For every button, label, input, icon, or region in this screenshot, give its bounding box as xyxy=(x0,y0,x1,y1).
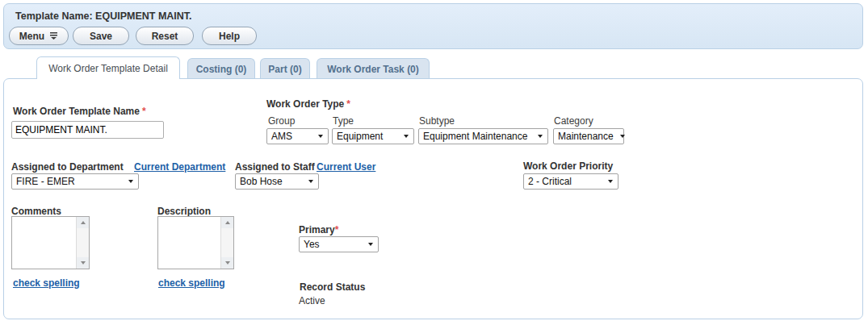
assigned-department-select[interactable]: FIRE - EMER xyxy=(11,173,139,190)
subtype-label: Subtype xyxy=(419,115,455,127)
tab-costing[interactable]: Costing (0) xyxy=(187,58,255,79)
menu-button-label: Menu xyxy=(19,31,44,42)
scroll-up-icon[interactable] xyxy=(77,217,89,228)
menu-button[interactable]: Menu xyxy=(9,27,69,45)
record-status-value: Active xyxy=(299,295,325,306)
comments-check-spelling-link[interactable]: check spelling xyxy=(13,277,80,289)
work-order-priority-select[interactable]: 2 - Critical xyxy=(523,173,619,190)
work-order-type-label: Work Order Type* xyxy=(266,98,350,110)
comments-textarea[interactable] xyxy=(11,216,90,269)
type-select[interactable]: Equipment xyxy=(332,128,414,144)
scrollbar[interactable] xyxy=(76,217,89,269)
page-title: Template Name: EQUIPMENT MAINT. xyxy=(15,10,192,22)
primary-label: Primary* xyxy=(299,224,338,235)
tab-part[interactable]: Part (0) xyxy=(260,58,310,79)
current-department-link[interactable]: Current Department xyxy=(134,161,225,173)
reset-button[interactable]: Reset xyxy=(136,27,194,45)
assigned-staff-label: Assigned to Staff xyxy=(235,161,315,173)
header-bar: Template Name: EQUIPMENT MAINT. Menu Sav… xyxy=(3,3,863,49)
assigned-staff-select[interactable]: Bob Hose xyxy=(235,173,319,190)
dropdown-arrow-icon xyxy=(318,135,323,138)
comments-label: Comments xyxy=(11,206,61,217)
group-label: Group xyxy=(268,115,295,127)
scroll-down-icon[interactable] xyxy=(77,257,89,269)
menu-dropdown-icon xyxy=(49,32,58,40)
dropdown-arrow-icon xyxy=(620,135,625,138)
category-select[interactable]: Maintenance xyxy=(553,128,624,144)
scrollbar[interactable] xyxy=(220,217,233,269)
template-name-input[interactable] xyxy=(11,121,164,139)
work-order-priority-label: Work Order Priority xyxy=(523,160,613,172)
save-button[interactable]: Save xyxy=(73,27,129,45)
description-check-spelling-link[interactable]: check spelling xyxy=(158,277,225,289)
category-label: Category xyxy=(554,115,593,127)
tab-work-order-template-detail[interactable]: Work Order Template Detail xyxy=(36,56,180,79)
current-user-link[interactable]: Current User xyxy=(317,161,375,173)
save-button-label: Save xyxy=(90,31,112,42)
description-textarea[interactable] xyxy=(157,216,234,269)
record-status-label: Record Status xyxy=(300,281,365,293)
dropdown-arrow-icon xyxy=(608,180,613,183)
scroll-up-icon[interactable] xyxy=(221,217,233,228)
dropdown-arrow-icon xyxy=(308,180,313,183)
tab-work-order-task[interactable]: Work Order Task (0) xyxy=(317,58,430,79)
app-window: Template Name: EQUIPMENT MAINT. Menu Sav… xyxy=(0,0,868,325)
required-marker: * xyxy=(142,106,146,117)
group-select[interactable]: AMS xyxy=(266,128,329,144)
template-name-label: Work Order Template Name* xyxy=(13,106,146,117)
primary-select[interactable]: Yes xyxy=(299,236,379,252)
help-button[interactable]: Help xyxy=(202,27,257,45)
required-marker: * xyxy=(346,98,350,110)
help-button-label: Help xyxy=(219,31,240,42)
dropdown-arrow-icon xyxy=(404,135,409,138)
required-marker: * xyxy=(335,224,339,235)
reset-button-label: Reset xyxy=(152,31,178,42)
description-label: Description xyxy=(157,206,211,217)
subtype-select[interactable]: Equipment Maintenance xyxy=(418,128,548,144)
assigned-department-label: Assigned to Department xyxy=(11,161,124,173)
scroll-down-icon[interactable] xyxy=(221,257,233,269)
dropdown-arrow-icon xyxy=(128,180,133,183)
dropdown-arrow-icon xyxy=(538,135,543,138)
dropdown-arrow-icon xyxy=(368,243,373,246)
type-label: Type xyxy=(333,115,354,127)
